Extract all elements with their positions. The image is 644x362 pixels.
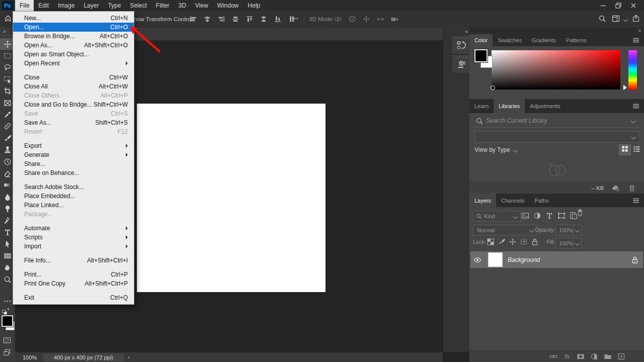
close-button[interactable] bbox=[626, 0, 641, 11]
file-menu-item-file-info[interactable]: File Info...Alt+Shift+Ctrl+I bbox=[13, 256, 134, 265]
panel-menu-icon[interactable] bbox=[632, 99, 640, 113]
layer-thumbnail[interactable] bbox=[488, 252, 503, 267]
opacity-field[interactable]: 100% bbox=[556, 225, 582, 235]
tab-paths[interactable]: Paths bbox=[530, 194, 554, 207]
align-bottom-edges-icon[interactable] bbox=[273, 15, 283, 24]
view-by-type-dropdown[interactable]: View by Type bbox=[474, 146, 517, 153]
layer-name[interactable]: Background bbox=[508, 256, 540, 263]
tab-layers[interactable]: Layers bbox=[469, 194, 496, 207]
foreground-color-swatch-panel[interactable] bbox=[474, 49, 488, 62]
edit-toolbar-icon[interactable] bbox=[4, 297, 12, 303]
file-menu-item-new[interactable]: New...Ctrl+N bbox=[13, 14, 134, 23]
hue-slider-arrow[interactable] bbox=[623, 85, 627, 90]
filter-adjustment-layers-icon[interactable] bbox=[533, 211, 541, 220]
filter-shape-layers-icon[interactable] bbox=[557, 211, 566, 220]
slide-3d-icon[interactable] bbox=[375, 15, 385, 24]
file-menu-item-close-others[interactable]: Close OthersAlt+Ctrl+P bbox=[13, 91, 134, 100]
layer-effects-icon[interactable]: fx bbox=[563, 352, 571, 360]
file-menu-item-print[interactable]: Print...Ctrl+P bbox=[13, 270, 134, 279]
file-menu-item-place-embedded[interactable]: Place Embedded... bbox=[13, 192, 134, 201]
status-expand-icon[interactable]: › bbox=[128, 354, 130, 360]
zoom-level[interactable]: 100% bbox=[23, 354, 37, 360]
tab-libraries[interactable]: Libraries bbox=[494, 99, 525, 113]
library-selector[interactable] bbox=[474, 131, 640, 143]
cloud-sync-icon[interactable] bbox=[612, 184, 622, 193]
lock-image-pixels-icon[interactable] bbox=[498, 238, 506, 246]
grid-view-button[interactable] bbox=[619, 144, 631, 155]
file-menu-item-open-as-smart-object[interactable]: Open as Smart Object... bbox=[13, 50, 134, 59]
panel-menu-icon[interactable] bbox=[632, 34, 640, 46]
expand-tools-icon[interactable]: » bbox=[3, 29, 5, 34]
file-menu-item-automate[interactable]: Automate bbox=[13, 224, 134, 233]
lock-artboard-icon[interactable] bbox=[520, 238, 528, 246]
tab-patterns[interactable]: Patterns bbox=[561, 34, 592, 46]
list-view-button[interactable] bbox=[633, 145, 641, 154]
history-panel-button[interactable] bbox=[451, 35, 471, 54]
menubar-item-image[interactable]: Image bbox=[53, 0, 79, 11]
link-layers-icon[interactable] bbox=[549, 352, 557, 360]
menubar-item-filter[interactable]: Filter bbox=[151, 0, 174, 11]
restore-button[interactable] bbox=[611, 0, 626, 11]
properties-panel-button[interactable] bbox=[451, 54, 471, 73]
panel-menu-icon[interactable] bbox=[632, 194, 640, 207]
file-menu-item-package[interactable]: Package... bbox=[13, 210, 134, 219]
more-options-icon[interactable] bbox=[291, 15, 301, 24]
file-menu-item-share[interactable]: Share... bbox=[13, 159, 134, 168]
swap-colors-icon[interactable] bbox=[2, 307, 13, 314]
saturation-brightness-field[interactable] bbox=[492, 50, 620, 89]
delete-layer-icon[interactable] bbox=[630, 352, 638, 360]
hue-slider[interactable] bbox=[628, 50, 637, 89]
tab-learn[interactable]: Learn bbox=[469, 99, 494, 113]
file-menu-item-export[interactable]: Export bbox=[13, 141, 134, 150]
fill-field[interactable]: 100% bbox=[556, 238, 582, 248]
file-menu-item-close[interactable]: CloseCtrl+W bbox=[13, 73, 134, 82]
menubar-item-help[interactable]: Help bbox=[243, 0, 265, 11]
file-menu-item-import[interactable]: Import bbox=[13, 242, 134, 251]
file-menu-item-print-one-copy[interactable]: Print One CopyAlt+Shift+Ctrl+P bbox=[13, 279, 134, 288]
scale-3d-camera-icon[interactable] bbox=[389, 15, 399, 24]
align-left-edges-icon[interactable] bbox=[188, 15, 198, 24]
add-layer-mask-icon[interactable] bbox=[577, 352, 585, 360]
home-icon[interactable] bbox=[4, 14, 13, 23]
file-menu-item-close-all[interactable]: Close AllAlt+Ctrl+W bbox=[13, 82, 134, 91]
menubar-item-3d[interactable]: 3D bbox=[174, 0, 190, 11]
foreground-color-swatch[interactable] bbox=[2, 315, 13, 327]
align-top-edges-icon[interactable] bbox=[245, 15, 255, 24]
align-vertical-centers-icon[interactable] bbox=[230, 15, 240, 24]
show-transform-controls-label[interactable]: Show Transform Controls bbox=[130, 16, 195, 22]
tab-swatches[interactable]: Swatches bbox=[493, 34, 527, 46]
quick-mask-icon[interactable] bbox=[3, 336, 12, 344]
workspace-icon[interactable] bbox=[612, 15, 621, 24]
file-menu-item-place-linked[interactable]: Place Linked... bbox=[13, 201, 134, 210]
filter-pixel-layers-icon[interactable] bbox=[521, 211, 529, 220]
library-search[interactable]: Search Current Library bbox=[474, 114, 639, 128]
file-menu-item-scripts[interactable]: Scripts bbox=[13, 233, 134, 242]
search-icon[interactable] bbox=[598, 15, 607, 24]
blend-mode-dropdown[interactable]: Normal bbox=[473, 225, 537, 235]
minimize-button[interactable] bbox=[596, 0, 611, 11]
file-menu-item-revert[interactable]: RevertF12 bbox=[13, 127, 134, 136]
document-info[interactable]: 400 px x 400 px (72 ppi) bbox=[43, 353, 124, 361]
file-menu-item-search-adobe-stock[interactable]: Search Adobe Stock... bbox=[13, 183, 134, 192]
filter-type-layers-icon[interactable] bbox=[545, 211, 553, 220]
expand-dock-icon[interactable]: « bbox=[465, 29, 467, 34]
lock-transparent-pixels-icon[interactable] bbox=[487, 238, 495, 246]
share-icon[interactable] bbox=[632, 14, 641, 23]
new-layer-icon[interactable] bbox=[617, 352, 625, 360]
menubar-item-window[interactable]: Window bbox=[213, 0, 244, 11]
color-picker-dot[interactable] bbox=[491, 85, 495, 90]
menubar-item-edit[interactable]: Edit bbox=[34, 0, 53, 11]
menubar-item-type[interactable]: Type bbox=[103, 0, 125, 11]
document-canvas[interactable] bbox=[137, 104, 326, 292]
new-adjustment-layer-icon[interactable] bbox=[590, 352, 598, 360]
file-menu-item-browse-in-bridge[interactable]: Browse in Bridge...Alt+Ctrl+O bbox=[13, 32, 134, 41]
tab-gradients[interactable]: Gradients bbox=[527, 34, 561, 46]
collapse-dock-icon[interactable]: » bbox=[638, 28, 640, 33]
file-menu-item-exit[interactable]: ExitCtrl+Q bbox=[13, 293, 134, 302]
file-menu-item-generate[interactable]: Generate bbox=[13, 150, 134, 159]
file-menu-item-open[interactable]: Open...Ctrl+O bbox=[13, 23, 134, 32]
align-right-edges-icon[interactable] bbox=[216, 15, 226, 24]
file-menu-item-open-as[interactable]: Open As...Alt+Shift+Ctrl+O bbox=[13, 41, 134, 50]
menubar-item-view[interactable]: View bbox=[191, 0, 213, 11]
menubar-item-layer[interactable]: Layer bbox=[79, 0, 103, 11]
